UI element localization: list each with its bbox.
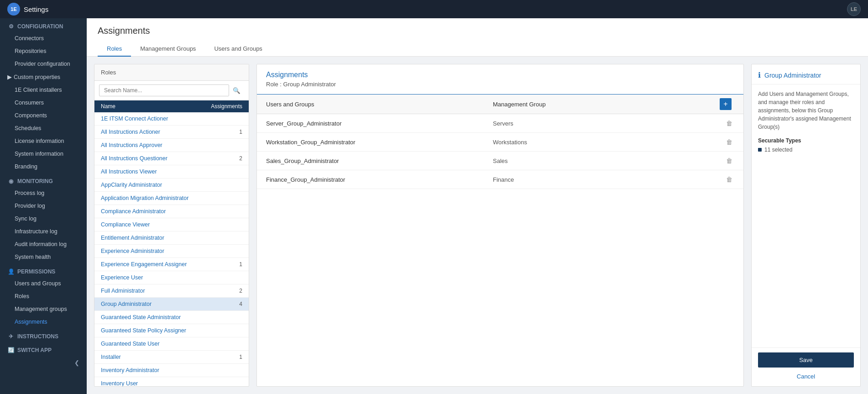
info-title[interactable]: Group Administrator	[764, 72, 821, 79]
sidebar-item-assignments[interactable]: Assignments	[0, 315, 87, 328]
assignment-row: Workstation_Group_AdministratorWorkstati…	[257, 133, 743, 152]
delete-assignment-button[interactable]: 🗑	[724, 156, 734, 165]
sidebar-item-license-info[interactable]: License information	[0, 135, 87, 147]
sidebar-item-system-health[interactable]: System health	[0, 251, 87, 263]
assignment-row: Sales_Group_AdministratorSales🗑	[257, 152, 743, 170]
role-count: 2	[206, 288, 242, 294]
role-item[interactable]: Compliance Administrator	[94, 205, 249, 218]
instructions-icon: ✈	[7, 333, 15, 340]
tab-roles[interactable]: Roles	[98, 42, 131, 57]
securable-types-title: Securable Types	[758, 137, 854, 144]
sidebar-item-consumers[interactable]: Consumers	[0, 96, 87, 109]
assignment-delete-cell: 🗑	[720, 137, 734, 147]
arrow-icon: ▶	[7, 74, 12, 80]
sidebar-item-sync-log[interactable]: Sync log	[0, 212, 87, 225]
assignments-subtitle: Role : Group Administrator	[266, 81, 734, 88]
role-item[interactable]: All Instructions Approver	[94, 139, 249, 152]
switch-app-icon: 🔄	[7, 347, 15, 354]
col-assignments-header: Assignments	[206, 103, 242, 110]
delete-assignment-button[interactable]: 🗑	[724, 119, 734, 128]
sidebar-item-audit-log[interactable]: Audit information log	[0, 238, 87, 251]
role-name: Guaranteed State User	[101, 341, 206, 347]
sidebar-item-provider-config[interactable]: Provider configuration	[0, 58, 87, 70]
sidebar-item-roles[interactable]: Roles	[0, 290, 87, 303]
sidebar-item-components[interactable]: Components	[0, 109, 87, 122]
role-count: 1	[206, 129, 242, 135]
role-item[interactable]: Inventory User	[94, 377, 249, 386]
sidebar-item-custom-properties[interactable]: ▶ Custom properties	[0, 70, 87, 84]
switch-app-section[interactable]: 🔄 Switch app	[0, 342, 87, 356]
role-name: Experience Engagement Assigner	[101, 261, 206, 268]
assignments-title: Assignments	[266, 71, 734, 79]
role-item[interactable]: Experience User	[94, 271, 249, 284]
role-item[interactable]: AppClarity Administrator	[94, 179, 249, 192]
delete-assignment-button[interactable]: 🗑	[724, 175, 734, 184]
role-name: Application Migration Administrator	[101, 195, 206, 201]
role-item[interactable]: Guaranteed State User	[94, 337, 249, 351]
assignment-delete-cell: 🗑	[720, 119, 734, 128]
assignments-table-header: Users and Groups Management Group +	[257, 95, 743, 114]
sidebar-item-process-log[interactable]: Process log	[0, 187, 87, 200]
role-name: Installer	[101, 354, 206, 360]
tab-management-groups[interactable]: Management Groups	[131, 42, 205, 57]
role-item[interactable]: All Instructions Actioner1	[94, 126, 249, 139]
role-name: 1E ITSM Connect Actioner	[101, 116, 206, 122]
roles-panel: Roles 🔍 Name Assignments 1E ITSM Connect…	[94, 64, 249, 387]
add-assignment-button[interactable]: +	[720, 98, 732, 110]
role-item[interactable]: Inventory Administrator	[94, 364, 249, 377]
sidebar-item-client-installers[interactable]: 1E Client installers	[0, 84, 87, 96]
role-name: All Instructions Actioner	[101, 129, 206, 135]
role-item[interactable]: Experience Engagement Assigner1	[94, 258, 249, 271]
role-name: Inventory Administrator	[101, 367, 206, 373]
sidebar-item-infrastructure-log[interactable]: Infrastructure log	[0, 225, 87, 238]
role-item[interactable]: All Instructions Viewer	[94, 165, 249, 179]
assignment-delete-cell: 🗑	[720, 175, 734, 184]
user-avatar[interactable]: LE	[847, 2, 861, 16]
app-title: Settings	[24, 5, 48, 13]
sidebar-item-schedules[interactable]: Schedules	[0, 122, 87, 135]
save-button[interactable]: Save	[758, 352, 854, 368]
role-item[interactable]: Experience Administrator	[94, 245, 249, 258]
sidebar-item-management-groups[interactable]: Management groups	[0, 303, 87, 315]
role-item[interactable]: Installer1	[94, 351, 249, 364]
sidebar-item-provider-log[interactable]: Provider log	[0, 200, 87, 212]
sidebar-item-connectors[interactable]: Connectors	[0, 32, 87, 45]
role-name: Experience Administrator	[101, 248, 206, 254]
app-logo: 1E	[7, 3, 20, 16]
sidebar-item-branding[interactable]: Branding	[0, 160, 87, 173]
cancel-button[interactable]: Cancel	[758, 371, 854, 382]
role-item[interactable]: All Instructions Questioner2	[94, 152, 249, 165]
configuration-section: ⚙ Configuration	[0, 18, 87, 32]
delete-assignment-button[interactable]: 🗑	[724, 137, 734, 147]
col-ug-header: Users and Groups	[266, 101, 493, 108]
role-item[interactable]: Full Administrator2	[94, 284, 249, 298]
sidebar-item-repositories[interactable]: Repositories	[0, 45, 87, 58]
role-item[interactable]: Application Migration Administrator	[94, 192, 249, 205]
role-count: 2	[206, 155, 242, 162]
content-body: Roles 🔍 Name Assignments 1E ITSM Connect…	[87, 57, 868, 394]
role-item[interactable]: Entitlement Administrator	[94, 231, 249, 245]
search-button[interactable]: 🔍	[229, 85, 244, 96]
sidebar-item-users-groups[interactable]: Users and Groups	[0, 277, 87, 290]
collapse-sidebar-btn[interactable]: ❮	[0, 356, 87, 370]
role-item[interactable]: Guaranteed State Policy Assigner	[94, 324, 249, 337]
roles-list: 1E ITSM Connect ActionerAll Instructions…	[94, 112, 249, 386]
topbar: 1E Settings LE	[0, 0, 868, 18]
role-name: AppClarity Administrator	[101, 182, 206, 188]
securable-dot	[758, 148, 762, 152]
role-count: 4	[206, 301, 242, 307]
securable-types-item: 11 selected	[758, 147, 854, 153]
role-name: Entitlement Administrator	[101, 235, 206, 241]
role-item[interactable]: Compliance Viewer	[94, 218, 249, 231]
assignment-group: Finance	[493, 176, 720, 183]
col-mg-header: Management Group	[493, 101, 720, 108]
configuration-icon: ⚙	[7, 23, 15, 30]
tab-users-and-groups[interactable]: Users and Groups	[205, 42, 272, 57]
role-item[interactable]: Group Administrator4	[94, 298, 249, 311]
role-item[interactable]: Guaranteed State Administrator	[94, 311, 249, 324]
search-input[interactable]	[99, 84, 229, 96]
role-item[interactable]: 1E ITSM Connect Actioner	[94, 112, 249, 126]
assignments-body: Server_Group_AdministratorServers🗑Workst…	[257, 114, 743, 386]
sidebar-item-system-info[interactable]: System information	[0, 147, 87, 160]
collapse-icon: ❮	[74, 359, 79, 366]
